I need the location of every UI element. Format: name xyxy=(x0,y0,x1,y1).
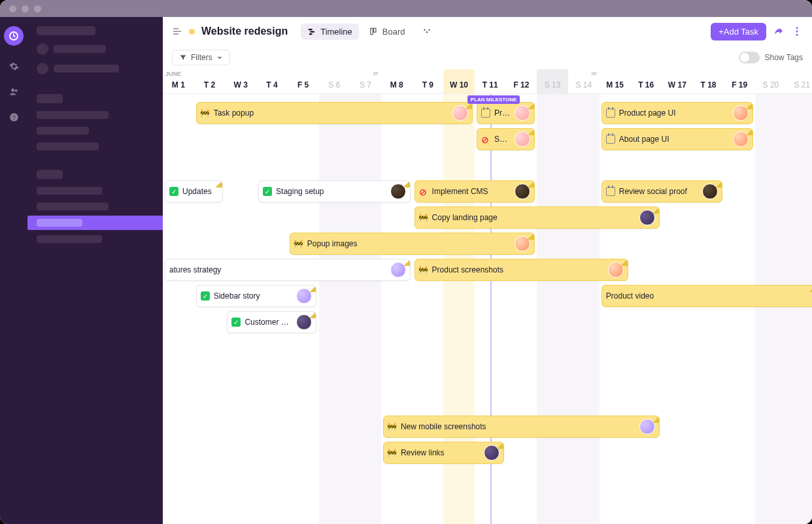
block-icon: ⊘ xyxy=(419,187,428,196)
icon-rail: ? xyxy=(0,17,27,524)
day-header-cell[interactable]: M 8 xyxy=(381,69,413,93)
day-header-cell[interactable]: S 1436 xyxy=(568,69,600,93)
app-logo[interactable] xyxy=(4,26,24,46)
sidebar-active-item[interactable] xyxy=(27,216,163,230)
svg-point-12 xyxy=(428,29,430,31)
timeline-grid[interactable]: JUNE M 1T 2W 3T 4F 5S 6S 735M 8T 9W 10T … xyxy=(163,69,812,524)
barrier-icon: 🚧 xyxy=(388,422,397,431)
help-icon[interactable]: ? xyxy=(9,112,19,122)
day-header-cell[interactable]: S 20 xyxy=(755,69,787,93)
traffic-light-close[interactable] xyxy=(9,5,16,12)
task-label: Review social proof xyxy=(619,187,698,196)
day-header-cell[interactable]: S 21 xyxy=(787,69,812,93)
share-icon[interactable] xyxy=(773,25,785,37)
task-bar[interactable]: 🚧Copy landing page xyxy=(414,206,660,229)
task-bar[interactable]: ✓Updates xyxy=(165,180,223,203)
task-bar[interactable]: ✓Staging setup xyxy=(258,180,411,203)
filters-button[interactable]: Filters xyxy=(172,50,230,65)
day-header-cell[interactable]: T 16 xyxy=(630,69,662,93)
barrier-icon: 🚧 xyxy=(419,265,428,274)
calendar-icon xyxy=(606,108,615,118)
svg-point-10 xyxy=(424,29,425,31)
day-header-cell[interactable]: T 2 xyxy=(194,69,226,93)
day-header-cell[interactable]: T 18 xyxy=(693,69,724,93)
task-bar[interactable]: 🚧Product screenshots xyxy=(414,259,629,281)
check-icon: ✓ xyxy=(263,187,272,196)
day-header-cell[interactable]: W 3 xyxy=(225,69,256,93)
task-bar[interactable]: ⊘Social xyxy=(477,128,535,150)
svg-point-1 xyxy=(11,89,14,92)
task-label: Task popup xyxy=(214,108,448,118)
svg-point-11 xyxy=(426,31,427,33)
task-label: Customer storie xyxy=(245,318,292,327)
svg-point-15 xyxy=(796,34,798,36)
task-label: Implement CMS xyxy=(432,187,511,196)
task-bar[interactable]: atures strategy xyxy=(165,259,411,281)
milestone-label: PLAN MILESTONE xyxy=(467,95,520,104)
window-titlebar xyxy=(0,0,812,17)
day-header-cell[interactable]: M 1 xyxy=(163,69,194,93)
day-header-cell[interactable]: M 15 xyxy=(600,69,631,93)
view-options-icon[interactable] xyxy=(416,24,438,40)
check-icon: ✓ xyxy=(201,291,210,301)
day-header-cell[interactable]: F 5 xyxy=(288,69,319,93)
task-bar[interactable]: 🚧Task popup xyxy=(196,102,473,124)
settings-icon[interactable] xyxy=(9,61,19,71)
show-tags-toggle[interactable]: Show Tags xyxy=(739,52,803,63)
traffic-light-max[interactable] xyxy=(34,5,41,12)
task-bar[interactable]: 🚧Review links xyxy=(383,442,504,464)
svg-point-14 xyxy=(796,31,798,33)
barrier-icon: 🚧 xyxy=(294,239,303,248)
task-label: Popup images xyxy=(307,239,511,248)
day-header-cell[interactable]: F 12 xyxy=(506,69,537,93)
check-icon: ✓ xyxy=(169,187,178,196)
day-header-cell[interactable]: T 9 xyxy=(413,69,444,93)
task-label: Staging setup xyxy=(276,187,386,196)
task-label: atures strategy xyxy=(169,265,386,274)
task-label: Product screenshots xyxy=(432,265,605,274)
tab-board[interactable]: Board xyxy=(363,24,412,40)
day-header-cell[interactable]: F 19 xyxy=(724,69,755,93)
add-task-button[interactable]: +Add Task xyxy=(711,23,766,41)
day-header-cell[interactable]: S 6 xyxy=(318,69,350,93)
task-bar[interactable]: Product page UI xyxy=(601,102,754,124)
task-bar[interactable]: Review social proof xyxy=(601,180,722,203)
task-bar[interactable]: ✓Sidebar story xyxy=(196,285,317,307)
task-label: Social xyxy=(494,135,511,144)
svg-rect-6 xyxy=(310,31,314,32)
barrier-icon: 🚧 xyxy=(201,108,210,118)
task-bar[interactable]: Produc xyxy=(477,102,535,124)
task-bar[interactable]: ✓Customer storie xyxy=(227,311,316,333)
day-header-cell[interactable]: S 735 xyxy=(350,69,381,93)
task-label: Copy landing page xyxy=(432,213,636,222)
sidebar xyxy=(27,17,163,524)
task-bar[interactable]: About page UI xyxy=(601,128,754,150)
svg-rect-5 xyxy=(309,29,313,30)
task-label: Sidebar story xyxy=(214,291,293,301)
day-header-cell[interactable]: S 13 xyxy=(537,69,568,93)
task-label: Product video xyxy=(606,291,811,301)
topbar: Website redesign Timeline Board +Add Tas… xyxy=(163,17,812,46)
task-bar[interactable]: 🚧New mobile screenshots xyxy=(383,416,660,438)
svg-point-2 xyxy=(14,90,17,92)
collapse-sidebar-icon[interactable] xyxy=(172,26,182,37)
task-label: Review links xyxy=(401,448,480,457)
svg-rect-9 xyxy=(373,28,376,32)
calendar-icon xyxy=(606,135,615,144)
task-bar[interactable]: ⊘Implement CMS xyxy=(414,180,535,203)
toolbar-secondary: Filters Show Tags xyxy=(163,46,812,69)
barrier-icon: 🚧 xyxy=(419,213,428,222)
project-color-dot xyxy=(189,29,195,35)
svg-point-13 xyxy=(796,27,798,29)
users-icon[interactable] xyxy=(9,87,19,97)
day-header-cell[interactable]: W 10 xyxy=(443,69,475,93)
more-icon[interactable] xyxy=(791,25,803,37)
day-header-cell[interactable]: T 11 xyxy=(475,69,506,93)
task-bar[interactable]: 🚧Popup images xyxy=(290,233,535,255)
barrier-icon: 🚧 xyxy=(388,448,397,457)
day-header-cell[interactable]: T 4 xyxy=(256,69,288,93)
traffic-light-min[interactable] xyxy=(22,5,29,12)
day-header-cell[interactable]: W 17 xyxy=(662,69,693,93)
tab-timeline[interactable]: Timeline xyxy=(301,24,359,40)
task-bar[interactable]: Product video xyxy=(601,285,812,307)
